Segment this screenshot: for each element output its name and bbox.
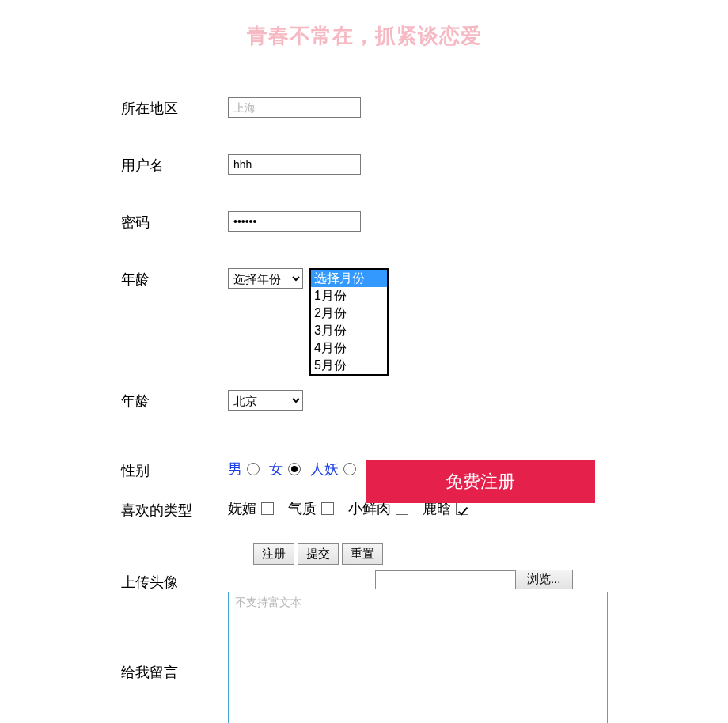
city-select[interactable]: 北京 xyxy=(228,390,303,411)
reset-button[interactable]: 重置 xyxy=(342,543,383,565)
free-register-button[interactable]: 免费注册 xyxy=(366,460,595,503)
favtype-checkbox-3[interactable] xyxy=(456,502,468,515)
password-input[interactable] xyxy=(228,211,361,232)
month-option-3[interactable]: 3月份 xyxy=(311,322,387,339)
gender-radio-male[interactable] xyxy=(247,463,260,475)
gender-radio-renyao[interactable] xyxy=(343,463,356,475)
username-input[interactable] xyxy=(228,154,361,175)
row-username: 用户名 xyxy=(121,154,728,175)
label-gender: 性别 xyxy=(121,460,228,480)
row-buttons: 注册 提交 重置 xyxy=(253,543,728,565)
favtype-checkbox-1[interactable] xyxy=(321,502,334,515)
label-message: 给我留言 xyxy=(121,592,228,682)
browse-button[interactable]: 浏览... xyxy=(515,570,573,589)
favtype-label-0: 妩媚 xyxy=(228,499,256,518)
row-upload: 上传头像 浏览... xyxy=(121,570,728,592)
month-option-0[interactable]: 选择月份 xyxy=(311,270,387,287)
gender-radio-female[interactable] xyxy=(288,463,301,475)
favtype-label-1: 气质 xyxy=(288,499,317,518)
gender-link-renyao[interactable]: 人妖 xyxy=(310,460,339,479)
year-select[interactable]: 选择年份 xyxy=(228,268,303,289)
label-username: 用户名 xyxy=(121,154,228,175)
row-password: 密码 xyxy=(121,211,728,232)
region-input[interactable] xyxy=(228,97,361,118)
row-region: 所在地区 xyxy=(121,97,728,118)
month-option-1[interactable]: 1月份 xyxy=(311,287,387,305)
month-option-2[interactable]: 2月份 xyxy=(311,305,387,322)
register-button[interactable]: 注册 xyxy=(253,543,294,565)
label-age2: 年龄 xyxy=(121,322,228,411)
month-option-4[interactable]: 4月份 xyxy=(311,339,387,357)
page-title: 青春不常在，抓紧谈恋爱 xyxy=(0,22,728,50)
row-message: 给我留言 xyxy=(121,592,728,723)
label-password: 密码 xyxy=(121,211,228,232)
label-age1: 年龄 xyxy=(121,268,228,289)
month-option-5[interactable]: 5月份 xyxy=(311,357,387,374)
favtype-checkbox-2[interactable] xyxy=(396,502,408,515)
submit-button[interactable]: 提交 xyxy=(298,543,339,565)
label-region: 所在地区 xyxy=(121,97,228,118)
favtype-checkbox-0[interactable] xyxy=(261,502,274,515)
row-age-city: 年龄 北京 xyxy=(121,322,728,411)
message-textarea[interactable] xyxy=(228,592,608,723)
gender-link-female[interactable]: 女 xyxy=(269,460,283,479)
file-path-box xyxy=(375,570,516,589)
label-upload: 上传头像 xyxy=(121,570,228,592)
label-favtype: 喜欢的类型 xyxy=(121,499,228,520)
month-listbox[interactable]: 选择月份 1月份 2月份 3月份 4月份 5月份 xyxy=(309,268,389,376)
gender-link-male[interactable]: 男 xyxy=(228,460,242,479)
